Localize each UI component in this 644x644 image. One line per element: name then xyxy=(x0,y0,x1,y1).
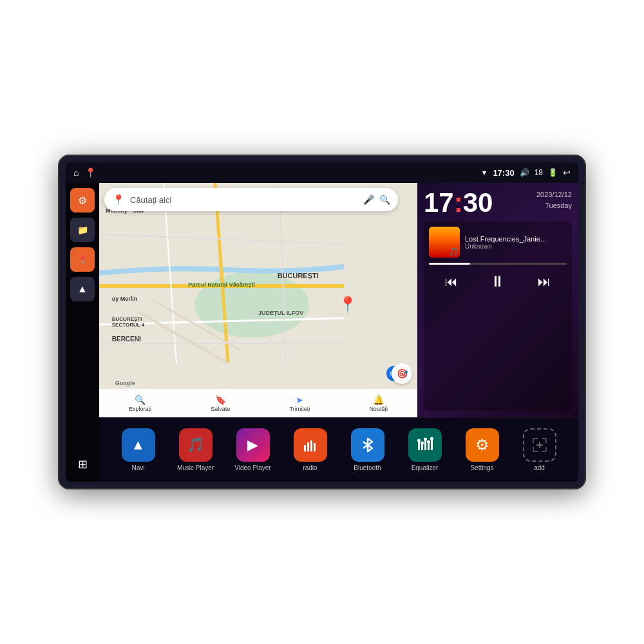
music-artist: Unknown xyxy=(465,243,567,250)
device-screen: ⌂ 📍 ▼ 17:30 🔊 18 🔋 ↩ ⚙ 📁 xyxy=(66,162,578,482)
explore-icon: 🔍 xyxy=(135,395,146,405)
sidebar-navi-btn[interactable]: ▲ xyxy=(70,277,95,301)
clock-hours: 17 xyxy=(424,187,454,218)
navi-arrow-icon: ▲ xyxy=(77,283,88,295)
grid-icon: ⊞ xyxy=(78,457,88,471)
navi-arrow-icon: ▲ xyxy=(131,437,146,453)
clock-section: 17:30 2023/12/12 Tuesday xyxy=(424,189,572,216)
add-icon xyxy=(523,428,556,462)
top-content: AXIS PremiumMobility - Sud Pizza & Baker… xyxy=(99,183,578,417)
svg-rect-12 xyxy=(307,442,309,451)
clock-date: 2023/12/12 Tuesday xyxy=(536,189,572,211)
volume-icon: 🔊 xyxy=(520,168,529,177)
svg-point-23 xyxy=(427,440,430,444)
svg-rect-14 xyxy=(314,443,316,451)
settings-app-icon: ⚙ xyxy=(466,428,499,462)
album-art-image xyxy=(429,227,460,258)
prev-track-button[interactable]: ⏮ xyxy=(440,272,463,292)
svg-point-22 xyxy=(424,438,427,441)
saved-button[interactable]: 🔖 Salvate xyxy=(211,395,230,412)
map-background: AXIS PremiumMobility - Sud Pizza & Baker… xyxy=(99,183,417,417)
map-label-google: Google xyxy=(115,380,135,386)
sidebar-settings-btn[interactable]: ⚙ xyxy=(70,188,95,213)
status-bar: ⌂ 📍 ▼ 17:30 🔊 18 🔋 ↩ xyxy=(66,162,578,183)
share-button[interactable]: ➤ Trimiteți xyxy=(290,395,310,412)
clock-colon: : xyxy=(454,187,463,218)
back-icon[interactable]: ↩ xyxy=(563,167,571,178)
gear-icon: ⚙ xyxy=(475,436,489,454)
map-svg xyxy=(99,183,417,417)
sidebar: ⚙ 📁 📍 ▲ ⊞ xyxy=(66,183,99,482)
share-label: Trimiteți xyxy=(290,406,310,412)
app-music-player[interactable]: 🎵 Music Player xyxy=(173,428,218,471)
app-radio[interactable]: radio xyxy=(288,428,333,471)
sidebar-maps-btn[interactable]: 📍 xyxy=(70,247,95,272)
car-display-device: ⌂ 📍 ▼ 17:30 🔊 18 🔋 ↩ ⚙ 📁 xyxy=(58,155,586,489)
radio-wave-icon xyxy=(301,436,319,454)
app-settings[interactable]: ⚙ Settings xyxy=(460,428,505,471)
locate-icon: 🎯 xyxy=(397,368,408,379)
battery-icon: 🔋 xyxy=(548,168,558,177)
svg-rect-19 xyxy=(431,439,433,450)
navi-icon: ▲ xyxy=(122,428,155,462)
share-icon: ➤ xyxy=(296,395,303,405)
music-progress-bar[interactable] xyxy=(429,263,567,265)
app-navi[interactable]: ▲ Navi xyxy=(116,428,161,471)
album-art xyxy=(429,227,460,258)
sidebar-folder-btn[interactable]: 📁 xyxy=(70,218,95,242)
app-equalizer[interactable]: Equalizer xyxy=(402,428,448,471)
bluetooth-icon xyxy=(351,428,384,462)
bluetooth-label: Bluetooth xyxy=(354,464,381,471)
status-time: 17:30 xyxy=(493,168,514,178)
radio-icon xyxy=(294,428,327,462)
music-note-icon: 🎵 xyxy=(187,437,204,453)
map-section[interactable]: AXIS PremiumMobility - Sud Pizza & Baker… xyxy=(99,183,417,417)
play-pause-button[interactable]: ⏸ xyxy=(485,270,511,293)
map-label-ilfov: JUDEȚUL ILFOV xyxy=(258,310,303,316)
music-controls: ⏮ ⏸ ⏭ xyxy=(429,270,567,293)
music-player-label: Music Player xyxy=(177,464,214,471)
saved-icon: 🔖 xyxy=(215,395,226,405)
sidebar-apps-btn[interactable]: ⊞ xyxy=(70,452,95,477)
clock-minutes: 30 xyxy=(463,187,493,218)
radio-label: radio xyxy=(303,464,317,471)
play-icon: ▶ xyxy=(247,437,258,453)
settings-label: Settings xyxy=(470,464,493,471)
mic-icon[interactable]: 🎤 xyxy=(363,194,374,205)
home-icon[interactable]: ⌂ xyxy=(73,167,79,178)
svg-rect-18 xyxy=(428,442,430,450)
explore-label: Explorați xyxy=(129,406,151,412)
news-icon: 🔔 xyxy=(373,395,384,405)
map-label-bucuresti: BUCUREȘTI xyxy=(278,272,319,279)
music-player: Lost Frequencies_Janie... Unknown ⏮ ⏸ ⏭ xyxy=(424,222,572,411)
bluetooth-symbol-icon xyxy=(359,436,377,454)
map-label-sectorul4: BUCUREȘTISECTORUL 4 xyxy=(112,316,144,328)
maps-icon: 📍 xyxy=(77,254,88,265)
next-track-button[interactable]: ⏭ xyxy=(533,272,556,292)
right-panel: 17:30 2023/12/12 Tuesday xyxy=(417,183,578,417)
app-video-player[interactable]: ▶ Video Player xyxy=(231,428,276,471)
map-bottom-bar: 🔍 Explorați 🔖 Salvate ➤ Trimiteți xyxy=(99,389,417,417)
location-icon[interactable]: 📍 xyxy=(85,167,96,178)
battery-level: 18 xyxy=(535,168,543,177)
plus-grid-icon xyxy=(530,435,549,455)
clock-display: 17:30 xyxy=(424,189,493,216)
video-player-label: Video Player xyxy=(234,464,271,471)
folder-icon: 📁 xyxy=(77,225,88,235)
main-area: ⚙ 📁 📍 ▲ ⊞ xyxy=(66,183,578,482)
news-button[interactable]: 🔔 Noutăți xyxy=(369,395,388,412)
app-add[interactable]: add xyxy=(517,428,562,471)
google-maps-pin-icon: 📍 xyxy=(112,194,125,206)
map-label-berceni: BERCENI xyxy=(112,336,141,343)
music-text: Lost Frequencies_Janie... Unknown xyxy=(465,235,567,250)
explore-button[interactable]: 🔍 Explorați xyxy=(129,395,151,412)
music-title: Lost Frequencies_Janie... xyxy=(465,235,567,243)
status-left-icons: ⌂ 📍 xyxy=(73,167,96,178)
app-grid: ▲ Navi 🎵 Music Player ▶ Vi xyxy=(99,417,578,482)
app-bluetooth[interactable]: Bluetooth xyxy=(345,428,390,471)
music-progress-fill xyxy=(429,263,470,265)
settings-icon: ⚙ xyxy=(78,194,87,207)
search-lens-icon[interactable]: 🔍 xyxy=(379,194,390,205)
map-locate-button[interactable]: 🎯 xyxy=(392,363,412,384)
map-search-bar[interactable]: 📍 Căutați aici 🎤 🔍 xyxy=(104,188,398,211)
